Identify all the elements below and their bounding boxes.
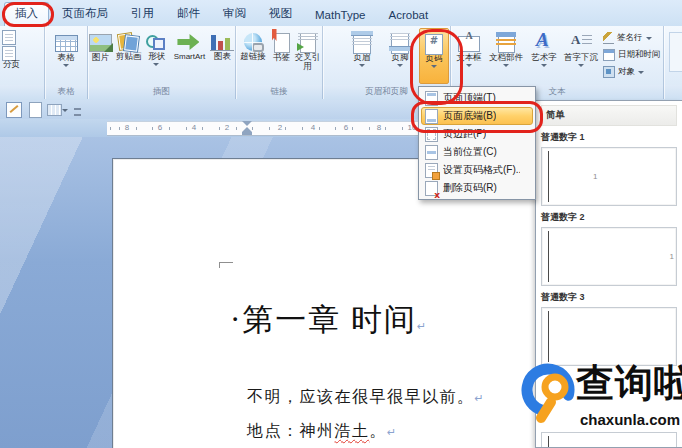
date-time-icon [603,49,615,61]
ribbon-tab[interactable]: 视图 [259,2,302,26]
ribbon-tab[interactable]: MathType [305,5,376,26]
ribbon-tab[interactable]: 引用 [121,2,164,26]
grid-dropdown-icon[interactable] [47,104,62,116]
cross-reference-icon [300,33,316,53]
menu-item[interactable]: 页边距(P) [421,125,533,143]
chevron-down-icon [466,64,472,67]
signature-line-button[interactable]: 签名行 [603,32,652,44]
table-icon [55,35,78,52]
gallery-item-label: 普通数字 3 [541,291,677,304]
menu-item[interactable]: 删除页码(R) [421,179,533,197]
ribbon-tab[interactable]: 审阅 [213,2,256,26]
ribbon-tab-label: 邮件 [177,7,200,19]
wordart-icon [532,30,556,52]
footer-button-label: 页脚 [392,53,409,62]
current-position-icon [425,145,438,160]
cross-reference-button[interactable]: 交叉引用 [295,28,321,84]
header-icon [353,33,371,54]
page-number-button[interactable]: 页码 [419,28,449,84]
clipart-button[interactable]: 剪贴画 [114,28,143,84]
table-group-label: 表格 [45,86,87,98]
page-bottom-icon [425,109,438,124]
gallery-item-label: 普通数字 1 [541,131,677,144]
ribbon-tab[interactable]: 插入 [4,2,49,26]
document-paragraph[interactable]: 不明，应该在很早很早以前。↵ [247,387,484,408]
hyperlink-button[interactable]: 超链接 [238,28,269,84]
picture-icon [89,34,112,52]
page-break-button[interactable]: 分页 [3,59,20,71]
ribbon-tab[interactable]: Acrobat [379,5,439,26]
ruler-number: 8 [376,123,382,132]
edit-pencil-icon[interactable] [6,102,22,118]
page-number-button-label: 页码 [426,54,443,63]
menu-item-label: 删除页码(R) [443,181,497,195]
ribbon-tab-label: MathType [315,9,366,21]
bookmark-button[interactable]: 书签 [270,28,294,84]
footer-button[interactable]: 页脚 [386,28,414,67]
document-heading[interactable]: ·第一章 时间↵ [230,299,426,341]
document-paragraph[interactable]: 地点：神州浩土。↵ [247,421,396,442]
remove-page-numbers-icon [425,181,438,196]
drop-cap-icon [569,30,593,52]
indent-marker[interactable] [242,121,252,135]
document-icon[interactable] [29,102,42,118]
gallery-item[interactable]: 普通数字 2 1 [541,211,677,286]
ruler-number: 6 [157,123,163,132]
smartart-button-label: SmartArt [174,53,206,62]
ribbon-tab-label: Acrobat [389,9,429,21]
menu-item-label: 页边距(P) [443,127,486,141]
word-window: 插入 页面布局 引用 邮件 审阅 视图 MathType [0,0,682,448]
shapes-button[interactable]: 形状 [144,28,169,84]
preview-page-number: 1 [670,252,674,261]
chevron-down-icon [541,64,547,67]
signature-line-icon [603,32,614,44]
menu-item[interactable]: 页面顶端(T) [421,89,533,107]
spellcheck-flagged-text: 浩土 [335,422,370,439]
gallery-item[interactable]: 普通数字 1 1 [541,131,677,206]
watermark: 查询啦 chaxunla.com [521,358,682,446]
wordart-button[interactable]: 艺术字 [529,28,559,67]
preview-page-number: 1 [593,172,597,181]
menu-item[interactable]: 设置页码格式(F)... [421,161,533,179]
menu-item[interactable]: 页面底端(B) [421,107,533,125]
ribbon-group-pages: 分页 [0,26,45,99]
ribbon-group-illustrations: 图片 剪贴画 形状 SmartArt 图表 [88,26,236,99]
page-margins-icon [425,127,438,142]
ribbon: 分页 表格 表格 图片 剪贴画 [0,26,682,101]
drop-cap-button[interactable]: 首字下沉 [561,28,601,67]
menu-item[interactable]: 当前位置(C) [421,143,533,161]
ruler-number: 4 [310,123,316,132]
page-top-icon [425,91,438,106]
cover-page-icon[interactable] [2,30,16,45]
links-group-label: 链接 [236,86,322,98]
gallery-items: 普通数字 1 1 普通数字 2 1 普通数字 3 [541,131,677,366]
clipart-icon [117,33,139,51]
header-button-label: 页眉 [354,53,371,62]
equals-icon[interactable] [74,108,81,116]
object-button[interactable]: 对象 [603,66,644,78]
header-button[interactable]: 页眉 [348,28,376,67]
object-icon [603,66,615,78]
date-time-button[interactable]: 日期和时间 [603,49,661,61]
gallery-item[interactable]: 普通数字 3 [541,291,677,366]
ribbon-tab[interactable]: 邮件 [167,2,210,26]
picture-button[interactable]: 图片 [88,28,113,84]
menu-item-label: 设置页码格式(F)... [443,163,520,177]
quick-parts-button[interactable]: 文档部件 [487,28,525,67]
ribbon-tab[interactable]: 页面布局 [52,2,118,26]
smartart-button[interactable]: SmartArt [170,28,209,84]
clipart-button-label: 剪贴画 [116,52,142,61]
text-box-button-label: 文本框 [456,53,482,62]
quick-parts-button-label: 文档部件 [489,53,523,62]
quick-parts-icon [498,33,515,53]
gallery-item-preview: 1 [541,147,677,206]
table-button-label: 表格 [58,53,75,62]
text-box-icon [458,36,480,52]
wordart-button-label: 艺术字 [531,53,557,62]
paragraph-mark: ↵ [387,426,396,439]
chart-button[interactable]: 图表 [210,28,235,84]
text-box-button[interactable]: 文本框 [454,28,484,67]
hyperlink-button-label: 超链接 [240,52,266,61]
ruler-number: 8 [124,123,130,132]
table-button[interactable]: 表格 [50,28,82,84]
